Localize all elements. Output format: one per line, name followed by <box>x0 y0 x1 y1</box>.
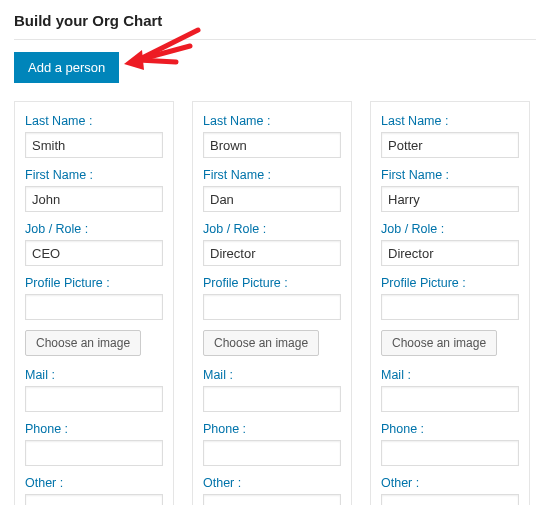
last-name-input[interactable] <box>203 132 341 158</box>
profile-picture-label: Profile Picture : <box>203 276 341 290</box>
choose-image-button[interactable]: Choose an image <box>25 330 141 356</box>
last-name-label: Last Name : <box>203 114 341 128</box>
mail-input[interactable] <box>381 386 519 412</box>
phone-input[interactable] <box>381 440 519 466</box>
job-role-label: Job / Role : <box>203 222 341 236</box>
job-role-input[interactable] <box>25 240 163 266</box>
mail-label: Mail : <box>25 368 163 382</box>
person-card: Last Name : First Name : Job / Role : Pr… <box>370 101 530 505</box>
phone-label: Phone : <box>203 422 341 436</box>
other-input[interactable] <box>203 494 341 505</box>
mail-input[interactable] <box>25 386 163 412</box>
phone-label: Phone : <box>25 422 163 436</box>
profile-picture-label: Profile Picture : <box>25 276 163 290</box>
choose-image-button[interactable]: Choose an image <box>381 330 497 356</box>
phone-label: Phone : <box>381 422 519 436</box>
first-name-input[interactable] <box>25 186 163 212</box>
phone-input[interactable] <box>203 440 341 466</box>
choose-image-button[interactable]: Choose an image <box>203 330 319 356</box>
other-input[interactable] <box>381 494 519 505</box>
job-role-label: Job / Role : <box>25 222 163 236</box>
person-cards: Last Name : First Name : Job / Role : Pr… <box>14 101 536 505</box>
page-title: Build your Org Chart <box>14 8 536 39</box>
profile-picture-input[interactable] <box>25 294 163 320</box>
phone-input[interactable] <box>25 440 163 466</box>
person-card: Last Name : First Name : Job / Role : Pr… <box>192 101 352 505</box>
last-name-label: Last Name : <box>25 114 163 128</box>
profile-picture-label: Profile Picture : <box>381 276 519 290</box>
other-label: Other : <box>25 476 163 490</box>
mail-label: Mail : <box>381 368 519 382</box>
last-name-label: Last Name : <box>381 114 519 128</box>
first-name-input[interactable] <box>203 186 341 212</box>
first-name-input[interactable] <box>381 186 519 212</box>
job-role-label: Job / Role : <box>381 222 519 236</box>
first-name-label: First Name : <box>203 168 341 182</box>
profile-picture-input[interactable] <box>203 294 341 320</box>
job-role-input[interactable] <box>203 240 341 266</box>
other-label: Other : <box>381 476 519 490</box>
other-input[interactable] <box>25 494 163 505</box>
profile-picture-input[interactable] <box>381 294 519 320</box>
mail-input[interactable] <box>203 386 341 412</box>
job-role-input[interactable] <box>381 240 519 266</box>
other-label: Other : <box>203 476 341 490</box>
first-name-label: First Name : <box>381 168 519 182</box>
add-person-button[interactable]: Add a person <box>14 52 119 83</box>
last-name-input[interactable] <box>381 132 519 158</box>
first-name-label: First Name : <box>25 168 163 182</box>
person-card: Last Name : First Name : Job / Role : Pr… <box>14 101 174 505</box>
divider <box>14 39 536 40</box>
last-name-input[interactable] <box>25 132 163 158</box>
mail-label: Mail : <box>203 368 341 382</box>
